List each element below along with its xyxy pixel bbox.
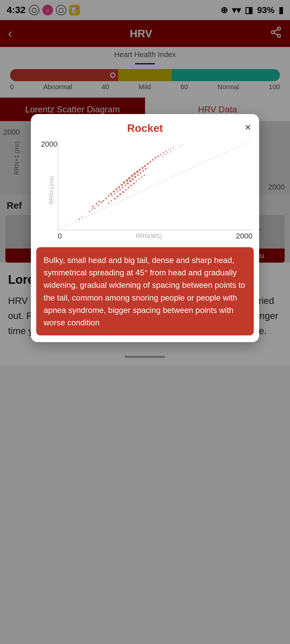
- svg-point-78: [126, 179, 128, 182]
- svg-point-135: [179, 145, 180, 146]
- svg-point-138: [92, 208, 93, 210]
- modal-overlay[interactable]: Rocket × 2000 RRN+1(ms): [0, 0, 290, 644]
- svg-point-70: [105, 198, 107, 199]
- modal-header: Rocket ×: [31, 114, 259, 140]
- svg-point-112: [117, 196, 119, 197]
- svg-point-134: [82, 217, 83, 218]
- svg-point-123: [108, 203, 109, 204]
- svg-point-66: [94, 207, 95, 209]
- svg-point-94: [168, 149, 169, 150]
- svg-point-93: [165, 151, 166, 152]
- svg-point-99: [116, 191, 118, 193]
- svg-point-116: [128, 186, 129, 188]
- svg-point-107: [137, 174, 139, 176]
- chart-area: [58, 140, 252, 230]
- svg-point-119: [136, 180, 137, 182]
- svg-point-127: [119, 194, 120, 195]
- chart-x-max: 2000: [236, 232, 252, 240]
- modal-chart: 2000 RRN+1(ms): [31, 140, 259, 244]
- svg-point-84: [142, 167, 144, 169]
- svg-point-67: [98, 205, 99, 206]
- svg-point-102: [125, 185, 126, 186]
- svg-point-68: [101, 202, 102, 203]
- svg-point-92: [163, 152, 164, 154]
- svg-point-110: [145, 168, 147, 170]
- modal-title: Rocket: [127, 122, 163, 135]
- svg-point-72: [110, 193, 112, 195]
- svg-point-91: [160, 154, 161, 155]
- svg-point-122: [144, 174, 145, 176]
- svg-point-81: [133, 173, 136, 175]
- modal-scatter-svg: [58, 140, 252, 230]
- svg-point-86: [147, 163, 149, 165]
- svg-point-115: [125, 189, 127, 191]
- svg-point-109: [142, 170, 144, 172]
- svg-point-71: [108, 195, 109, 197]
- svg-point-76: [121, 184, 123, 186]
- svg-point-132: [170, 150, 171, 151]
- svg-point-65: [98, 201, 100, 202]
- svg-point-120: [138, 178, 140, 180]
- svg-point-108: [140, 172, 141, 174]
- svg-point-95: [171, 148, 172, 149]
- svg-point-118: [133, 183, 135, 184]
- svg-point-105: [132, 178, 134, 180]
- svg-point-77: [123, 181, 125, 184]
- svg-point-96: [173, 147, 174, 148]
- svg-point-73: [113, 191, 115, 193]
- svg-point-80: [131, 175, 133, 177]
- svg-point-64: [96, 203, 97, 205]
- svg-point-89: [154, 157, 156, 159]
- chart-y-max: 2000: [41, 140, 57, 149]
- svg-point-117: [130, 185, 132, 186]
- modal-desc-text: Bulky, small head and big tail, dense an…: [44, 254, 246, 329]
- svg-point-125: [113, 198, 115, 200]
- chart-x-label: RRN(MS): [136, 233, 162, 240]
- svg-line-62: [58, 140, 252, 230]
- svg-point-124: [111, 200, 112, 202]
- svg-point-74: [115, 188, 117, 190]
- svg-point-83: [139, 169, 141, 171]
- svg-point-126: [116, 196, 117, 197]
- modal-description: Bulky, small head and big tail, dense an…: [36, 247, 254, 335]
- svg-point-69: [103, 200, 104, 202]
- svg-point-100: [119, 189, 121, 191]
- svg-point-101: [122, 186, 123, 188]
- svg-point-128: [122, 191, 123, 193]
- svg-point-98: [114, 193, 115, 195]
- svg-point-82: [136, 171, 139, 173]
- svg-point-75: [118, 186, 120, 188]
- svg-point-129: [162, 156, 163, 157]
- svg-point-87: [149, 161, 151, 163]
- svg-point-130: [164, 154, 165, 155]
- svg-point-106: [134, 176, 136, 178]
- svg-point-104: [130, 180, 132, 182]
- svg-point-103: [127, 182, 129, 184]
- svg-point-63: [92, 206, 94, 207]
- svg-point-131: [167, 152, 168, 153]
- svg-point-97: [111, 195, 113, 197]
- svg-point-90: [157, 155, 159, 157]
- svg-point-137: [89, 211, 90, 212]
- chart-x-labels: 0 RRN(MS) 2000: [38, 230, 252, 240]
- modal-close-button[interactable]: ×: [245, 122, 251, 132]
- svg-point-121: [141, 176, 142, 178]
- svg-point-85: [144, 165, 146, 167]
- chart-y-axis-label: RRN+1(ms): [49, 176, 55, 205]
- chart-x-min: 0: [58, 232, 62, 240]
- svg-point-136: [183, 144, 184, 145]
- svg-point-88: [152, 159, 154, 161]
- modal: Rocket × 2000 RRN+1(ms): [31, 114, 259, 342]
- svg-point-79: [128, 177, 131, 179]
- svg-point-133: [79, 218, 80, 220]
- svg-point-111: [115, 198, 116, 199]
